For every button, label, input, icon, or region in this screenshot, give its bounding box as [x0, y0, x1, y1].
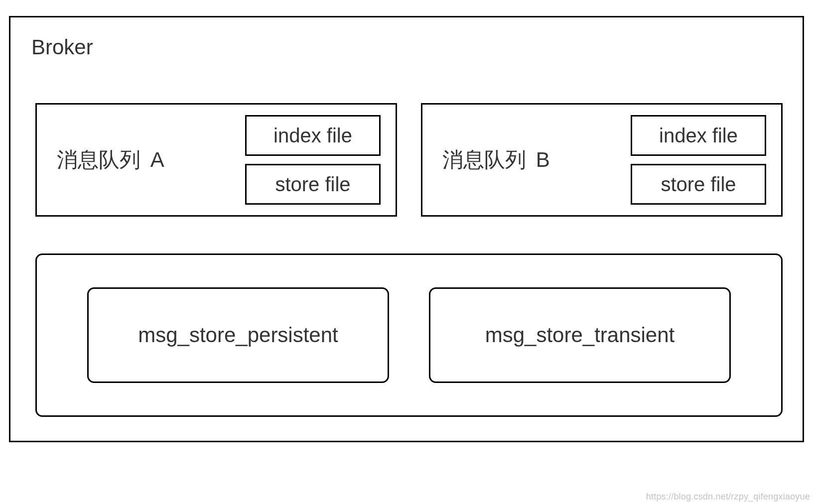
queue-b-store-file: store file: [631, 164, 766, 205]
broker-container: Broker 消息队列 A index file store file 消息队列…: [9, 16, 804, 442]
msg-store-persistent: msg_store_persistent: [87, 287, 389, 383]
queue-a-label: 消息队列 A: [57, 146, 245, 174]
queue-b-index-file: index file: [631, 115, 766, 156]
watermark: https://blog.csdn.net/rzpy_qifengxiaoyue: [646, 492, 810, 502]
msg-store-transient: msg_store_transient: [429, 287, 731, 383]
queue-a-store-file: store file: [245, 164, 381, 205]
broker-title: Broker: [31, 35, 93, 59]
queue-b-label: 消息队列 B: [442, 146, 631, 174]
queue-a-index-file: index file: [245, 115, 381, 156]
message-queue-a: 消息队列 A index file store file: [35, 103, 397, 217]
message-queue-b: 消息队列 B index file store file: [421, 103, 783, 217]
queue-a-files: index file store file: [245, 115, 381, 205]
storage-container: msg_store_persistent msg_store_transient: [35, 253, 783, 417]
queues-row: 消息队列 A index file store file 消息队列 B inde…: [35, 103, 783, 217]
queue-b-files: index file store file: [631, 115, 766, 205]
